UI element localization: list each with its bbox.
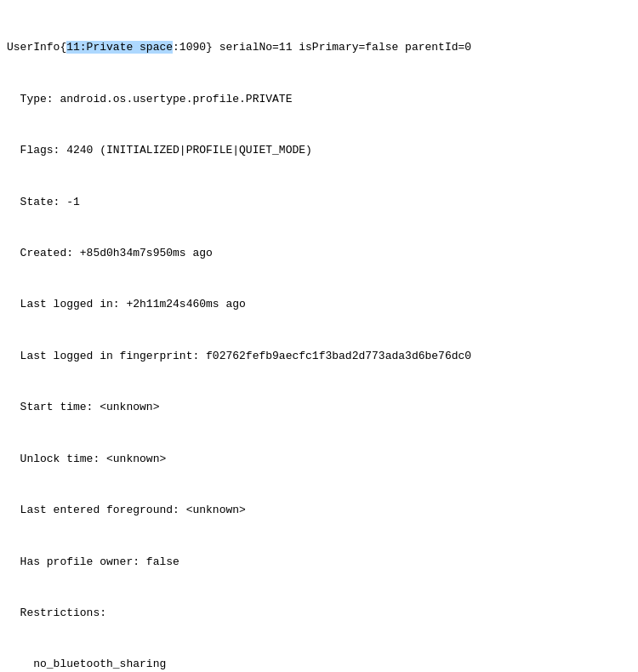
line-6: Last logged in: +2h11m24s460ms ago — [7, 296, 631, 313]
line-1: UserInfo{11:Private space:1090} serialNo… — [7, 39, 631, 56]
highlight-userid: 11:Private space — [66, 41, 173, 54]
line-9: Unlock time: <unknown> — [7, 451, 631, 468]
line-11: Has profile owner: false — [7, 554, 631, 571]
line-12: Restrictions: — [7, 605, 631, 622]
line-3: Flags: 4240 (INITIALIZED|PROFILE|QUIET_M… — [7, 142, 631, 159]
line-8: Start time: <unknown> — [7, 399, 631, 416]
line-1-prefix: UserInfo{ — [7, 41, 66, 54]
line-13: no_bluetooth_sharing — [7, 656, 631, 672]
code-output: UserInfo{11:Private space:1090} serialNo… — [7, 5, 631, 672]
line-1-suffix: :1090} serialNo=11 isPrimary=false paren… — [173, 41, 471, 54]
line-10: Last entered foreground: <unknown> — [7, 502, 631, 519]
line-4: State: -1 — [7, 194, 631, 211]
line-7: Last logged in fingerprint: f02762fefb9a… — [7, 348, 631, 365]
line-5: Created: +85d0h34m7s950ms ago — [7, 245, 631, 262]
line-2: Type: android.os.usertype.profile.PRIVAT… — [7, 91, 631, 108]
